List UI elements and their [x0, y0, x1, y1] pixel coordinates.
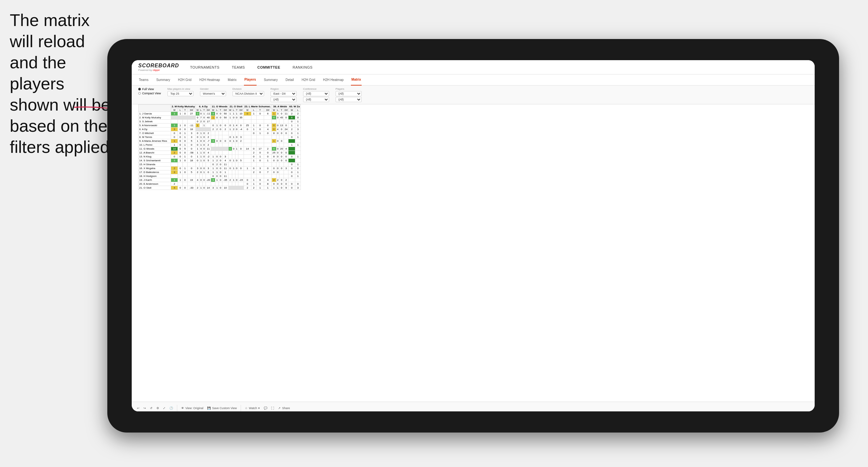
table-row: 14. S Srichantamit 31018 0105 1204 0105 … [138, 159, 301, 163]
full-view-label: Full View [142, 88, 154, 91]
player-col-header [138, 105, 171, 112]
clock-button[interactable]: 🕐 [169, 406, 173, 410]
gender-select[interactable]: Women's [200, 91, 226, 96]
tab-h2h-heatmap2[interactable]: H2H Heatmap [322, 74, 344, 86]
tab-h2h-heatmap[interactable]: H2H Heatmap [199, 74, 220, 86]
table-row: 6. A Dy 30018 2202 120-4 0104 04024 23 [138, 127, 301, 131]
table-row: 17. D Ballesteros 3105 2010 1101 207 00 … [138, 170, 301, 174]
tab-h2h-grid2[interactable]: H2H Grid [301, 74, 316, 86]
tab-players[interactable]: Players [244, 74, 257, 86]
compact-view-radio[interactable] [138, 92, 141, 95]
players-filter: Players (All) (All) [336, 88, 362, 102]
fullscreen-button[interactable]: ⛶ [271, 406, 274, 410]
region-all-select[interactable]: (All) [271, 97, 297, 102]
tab-teams[interactable]: Teams [138, 74, 149, 86]
nav-bar: SCOREBOARD Powered by clippd TOURNAMENTS… [132, 60, 815, 74]
share-button[interactable]: ↗ Share [278, 406, 290, 410]
chevron-down-icon: ▾ [258, 406, 260, 410]
refresh-button[interactable]: ↺ [150, 406, 153, 410]
toolbar-divider1 [177, 405, 177, 411]
tab-matrix[interactable]: Matrix [227, 74, 237, 86]
watch-icon: ☆ [245, 406, 247, 410]
nav-committee[interactable]: COMMITTEE [256, 65, 282, 69]
col-header-mulcahy: 2. M Kelly Mulcahy [171, 105, 196, 108]
filter-row: Full View Compact View Max players in vi… [132, 86, 815, 104]
region-filter: Region East - DII (All) [271, 88, 297, 102]
tab-summary2[interactable]: Summary [263, 74, 278, 86]
nav-teams[interactable]: TEAMS [230, 65, 246, 69]
table-row: 12. A Bianchi 200-58 1104 200 25000 [138, 151, 301, 155]
col-header-stoll: 21. O Stoll [228, 105, 244, 108]
nav-tournaments[interactable]: TOURNAMENTS [189, 65, 221, 69]
logo-area: SCOREBOARD Powered by clippd [138, 63, 179, 71]
table-row: 7. O Mitchell 0013 0102 010 8000 01 [138, 131, 301, 135]
bottom-toolbar: ↩ ↪ ↺ ⚙ ⤢ 🕐 👁 View: Original 💾 Save Cust… [132, 402, 815, 411]
table-row: 15. H Stranda 02011 01 [138, 163, 301, 166]
logo-sub: Powered by clippd [138, 69, 179, 71]
conference-select2[interactable]: (All) [303, 97, 329, 102]
logo-title: SCOREBOARD [138, 63, 179, 69]
view-original-button[interactable]: 👁 View: Original [181, 406, 203, 410]
division-filter: Division NCAA Division II [232, 88, 264, 96]
table-row: 16. X Mcgaha 2010 3003 10011 0100 1030 0… [138, 166, 301, 170]
table-row: 21. O Stoll 400-33 21014 31010 2211 1109… [138, 186, 301, 190]
col-header-ady: 6. A Dy [196, 105, 211, 108]
conference-select1[interactable]: (All) [303, 91, 329, 96]
gender-label: Gender [200, 88, 226, 90]
table-row: 11. G Woods 10050 14011 1010 140172 4020… [138, 147, 301, 151]
annotation-text: The matrix will reload and the players s… [10, 10, 111, 158]
full-view-radio[interactable] [138, 88, 141, 90]
tab-summary[interactable]: Summary [155, 74, 171, 86]
gender-filter: Gender Women's [200, 88, 226, 96]
players-select2[interactable]: (All) [336, 97, 362, 102]
conference-filter: Conference (All) (All) [303, 88, 329, 102]
matrix-table: 2. M Kelly Mulcahy 6. A Dy 11. G Woods 2… [138, 104, 301, 190]
max-players-filter: Max players in view Top 25 [167, 88, 193, 96]
comment-button[interactable]: 💬 [264, 406, 267, 410]
matrix-container[interactable]: 2. M Kelly Mulcahy 6. A Dy 11. G Woods 2… [132, 104, 815, 402]
division-label: Division [232, 88, 264, 90]
division-select[interactable]: NCAA Division II [232, 91, 264, 96]
full-view-option[interactable]: Full View [138, 88, 161, 91]
col-header-webb: 38. A Webb [272, 105, 288, 108]
table-row: 9. A Maria Jimenez Rios 1005 100-7 3000 … [138, 139, 301, 143]
table-row: 18. H Hodgson 00011 01 [138, 174, 301, 178]
players-select1[interactable]: (All) [336, 91, 362, 96]
region-label: Region [271, 88, 297, 90]
share-icon: ↗ [278, 406, 281, 410]
view-options: Full View Compact View [138, 88, 161, 95]
settings-button[interactable]: ⚙ [156, 406, 159, 410]
table-row: 13. N Klug 0010 110-2 1003 010 8000 01 [138, 155, 301, 159]
table-row: 8. M Torres 0013 0102 0103 01 [138, 135, 301, 139]
expand-button[interactable]: ⤢ [163, 406, 165, 410]
table-row: 2. M Kelly Mulcahy 07040 10050 10035 404… [138, 116, 301, 120]
col-header-woods: 11. G Woods [211, 105, 228, 108]
conference-label: Conference [303, 88, 329, 90]
table-row: 1. J Garcia 31027 301-11 30050 11110 010… [138, 112, 301, 116]
max-players-select[interactable]: Top 25 [167, 91, 193, 96]
tab-matrix-active[interactable]: Matrix [351, 74, 362, 86]
toolbar-divider2 [241, 405, 241, 411]
table-row: 10. L Perini 1010 0102 11 [138, 143, 301, 147]
tablet-screen: SCOREBOARD Powered by clippd TOURNAMENTS… [132, 60, 815, 411]
save-icon: 💾 [207, 406, 211, 410]
tab-detail[interactable]: Detail [285, 74, 294, 86]
nav-items: TOURNAMENTS TEAMS COMMITTEE RANKINGS [189, 65, 314, 69]
nav-rankings[interactable]: RANKINGS [291, 65, 314, 69]
region-select[interactable]: East - DII [271, 91, 297, 96]
table-row: 20. E Andersson 2 0108 0000 00 [138, 182, 301, 186]
col-header-za: 60. W Za [288, 105, 301, 108]
players-label: Players [336, 88, 362, 90]
max-players-label: Max players in view [167, 88, 193, 90]
compact-view-option[interactable]: Compact View [138, 92, 161, 95]
col-header-schumac: 23. L Marie Schumac. [244, 105, 272, 108]
undo-button[interactable]: ↩ [137, 406, 140, 410]
redo-button[interactable]: ↪ [144, 406, 146, 410]
table-row: 5. A Nomrowski 310-11 11 0100 0140 25100… [138, 124, 301, 127]
watch-button[interactable]: ☆ Watch ▾ [245, 406, 260, 410]
tabs-bar: Teams Summary H2H Grid H2H Heatmap Matri… [132, 74, 815, 86]
compact-view-label: Compact View [142, 92, 161, 95]
table-row: 3. S Jelinek 02017 01 [138, 120, 301, 124]
tab-h2h-grid[interactable]: H2H Grid [177, 74, 192, 86]
save-custom-view-button[interactable]: 💾 Save Custom View [207, 406, 237, 410]
